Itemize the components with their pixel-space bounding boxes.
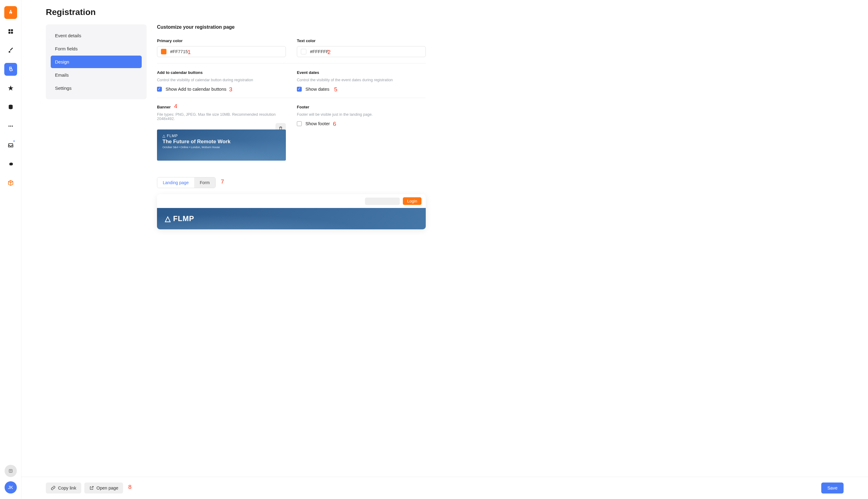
inbox-icon[interactable] [4, 139, 17, 151]
svg-point-10 [12, 125, 13, 127]
event-dates-checkbox-row[interactable]: Show dates [297, 86, 426, 92]
subnav-emails[interactable]: Emails [51, 69, 142, 81]
page-title: Registration [46, 7, 844, 17]
subnav-form-fields[interactable]: Form fields [51, 42, 142, 55]
annotation-8: 8 [128, 484, 132, 490]
footer-checkbox-label: Show footer [305, 121, 330, 126]
cube-icon[interactable] [4, 177, 17, 189]
copy-link-label: Copy link [58, 486, 76, 490]
text-color-label: Text color [297, 38, 426, 43]
banner-title: The Future of Remote Work [162, 139, 280, 145]
subnav-design[interactable]: Design [51, 56, 142, 68]
help-icon[interactable] [4, 465, 17, 477]
database-icon[interactable] [4, 101, 17, 113]
event-dates-label: Event dates [297, 70, 426, 75]
event-dates-checkbox[interactable] [297, 87, 302, 92]
banner-logo: △ FLMP [162, 134, 280, 138]
footer-label: Footer [297, 105, 426, 109]
text-color-value: #FFFFFF [310, 49, 329, 54]
calendar-buttons-checkbox-label: Show Add to calendar buttons [166, 86, 226, 92]
svg-rect-1 [8, 29, 10, 31]
svg-rect-2 [11, 29, 13, 31]
banner-label: Banner [157, 105, 286, 109]
annotation-7: 7 [221, 178, 224, 185]
more-icon[interactable] [4, 120, 17, 133]
calendar-buttons-label: Add to calendar buttons [157, 70, 286, 75]
primary-color-input[interactable]: #FF7715 [157, 46, 286, 57]
svg-point-9 [10, 125, 11, 127]
open-page-button[interactable]: Open page [84, 483, 123, 494]
primary-color-label: Primary color [157, 38, 286, 43]
svg-point-8 [8, 125, 10, 127]
logo-icon[interactable] [4, 6, 17, 19]
svg-point-12 [10, 472, 11, 472]
section-heading: Customize your registration page [157, 24, 426, 30]
calendar-buttons-checkbox-row[interactable]: Show Add to calendar buttons [157, 86, 286, 92]
divider [157, 98, 426, 98]
gear-icon[interactable] [4, 158, 17, 170]
star-icon[interactable] [4, 82, 17, 95]
open-page-label: Open page [97, 486, 119, 490]
event-dates-desc: Control the visibility of the event date… [297, 78, 426, 82]
brush-icon[interactable] [4, 44, 17, 57]
text-color-input[interactable]: #FFFFFF [297, 46, 426, 57]
banner-desc: File types: PNG, JPEG. Max file size 10M… [157, 112, 286, 121]
event-dates-checkbox-label: Show dates [305, 86, 329, 92]
save-button[interactable]: Save [821, 483, 844, 494]
svg-rect-3 [8, 32, 10, 34]
banner-preview[interactable]: △ FLMP The Future of Remote Work October… [157, 130, 286, 161]
subnav-settings[interactable]: Settings [51, 82, 142, 94]
notification-dot [13, 140, 15, 142]
left-sidebar: JK [0, 0, 21, 499]
copy-link-button[interactable]: Copy link [46, 483, 81, 494]
settings-subnav: Event details Form fields Design Emails … [46, 24, 147, 99]
text-color-swatch [301, 49, 306, 54]
user-initials: JK [8, 485, 13, 490]
calendar-buttons-checkbox[interactable] [157, 87, 162, 92]
preview-tabs: Landing page Form [157, 177, 216, 188]
primary-color-swatch [161, 49, 167, 54]
shapes-icon[interactable] [4, 63, 17, 76]
svg-marker-6 [10, 69, 12, 71]
external-link-icon [89, 486, 94, 490]
preview-banner: △ FLMP [157, 208, 426, 229]
tab-landing-page[interactable]: Landing page [157, 178, 194, 188]
user-avatar[interactable]: JK [4, 481, 17, 494]
primary-color-value: #FF7715 [170, 49, 188, 54]
calendar-buttons-desc: Control the visibility of calendar butto… [157, 78, 286, 82]
banner-subtitle: October 3&4 • Online • London, Woburn Ho… [162, 146, 280, 149]
subnav-event-details[interactable]: Event details [51, 29, 142, 42]
svg-rect-4 [11, 32, 13, 34]
footer-checkbox-row[interactable]: Show footer [297, 121, 426, 126]
footer-checkbox[interactable] [297, 121, 302, 126]
preview-box: Login △ FLMP [157, 194, 426, 229]
dashboard-icon[interactable] [4, 25, 17, 38]
preview-banner-logo: △ FLMP [165, 215, 194, 223]
link-icon [51, 486, 56, 490]
action-bar: Copy link Open page 8 Save [21, 477, 868, 499]
svg-point-0 [10, 10, 11, 11]
preview-login-button[interactable]: Login [403, 197, 421, 205]
footer-desc: Footer will be visible just in the landi… [297, 112, 426, 117]
preview-skeleton [365, 198, 400, 205]
divider [157, 63, 426, 63]
tab-form[interactable]: Form [194, 178, 215, 188]
